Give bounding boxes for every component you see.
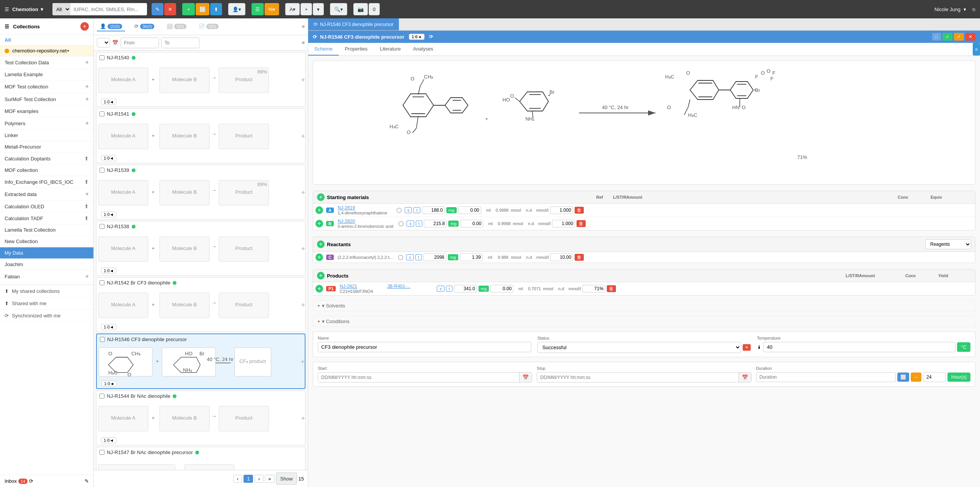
conditions-row[interactable]: ▾ ▾ Conditions (313, 316, 975, 327)
product-p1-s-btn[interactable]: s (437, 286, 444, 292)
duration-arrow-btn[interactable]: → (911, 373, 921, 382)
material-a-s-btn[interactable]: s (405, 207, 412, 213)
date-from-input[interactable] (121, 38, 159, 48)
sidebar-item-metall[interactable]: Metall-Precursor (0, 141, 93, 153)
material-b-s-btn[interactable]: s (407, 221, 414, 227)
reaction-item-r1539[interactable]: NJ-R1539 Molecule A + Molecule B → Produ… (96, 165, 305, 219)
sidebar-item-lamella-test[interactable]: Lamella Test Collection (0, 224, 93, 236)
add-starting-material-btn[interactable]: + (317, 193, 325, 201)
zero-btn[interactable]: 0 (369, 3, 380, 15)
sidebar-item-synchronized[interactable]: ⟳ Synchronized with me (0, 310, 93, 322)
reaction-item-r1546[interactable]: NJ-R1546 CF3 dienophile precursor O CH₃ … (96, 333, 305, 389)
tab-reactions[interactable]: ⟳ 36(0) (131, 22, 158, 31)
note-btn[interactable]: ≡ (973, 43, 980, 56)
calc-tadf-share-icon[interactable]: ⬆ (84, 215, 89, 221)
material-a-t-btn[interactable]: t (413, 207, 420, 213)
reaction-item-r1547[interactable]: NJ-R1547 Br NAc dienophile precursor Mol… (96, 447, 305, 470)
format-green-btn[interactable]: ☰ (252, 3, 264, 15)
material-a-conc[interactable] (458, 206, 481, 214)
material-c-del-btn[interactable]: 🗑 (575, 254, 584, 261)
sidebar-item-mof-test[interactable]: MOF Test collection + (0, 80, 93, 93)
name-input[interactable] (318, 342, 531, 352)
sidebar-item-my-shared[interactable]: ⬆ My shared collections (0, 285, 93, 297)
sidebar-item-calc-dopt[interactable]: Calculation Doptants ⬆ (0, 153, 93, 165)
reaction-item-r1541[interactable]: NJ-R1541 Molecule A + Molecule B → Produ… (96, 108, 305, 163)
page-last-btn[interactable]: » (265, 475, 274, 483)
create-green-btn[interactable]: ＋ (182, 3, 195, 15)
camera-btn[interactable]: 📷 (353, 3, 368, 15)
logout-icon[interactable]: ⎋ (972, 7, 975, 12)
product-p1-t-btn[interactable]: t (446, 286, 452, 292)
calc-dopt-share-icon[interactable]: ⬆ (84, 155, 89, 162)
sidebar-item-fabian[interactable]: Fabian + (0, 270, 93, 283)
page-prev-btn[interactable]: ‹ (234, 475, 242, 483)
inner-tab-analyses[interactable]: Analyses (407, 43, 439, 56)
start-date-input[interactable] (318, 373, 519, 382)
material-a-radio[interactable] (397, 208, 402, 213)
test-collection-add-icon[interactable]: + (85, 59, 89, 66)
reagents-dropdown[interactable]: Reagents (925, 239, 971, 249)
sidebar-item-mof-col[interactable]: MOF collection (0, 165, 93, 176)
material-b-radio[interactable] (399, 221, 403, 226)
add-collection-btn[interactable]: + (80, 22, 89, 31)
r1546-checkbox[interactable] (100, 337, 105, 342)
sidebar-item-new-col[interactable]: New Collection (0, 236, 93, 247)
share-btn[interactable]: ⬆ (210, 3, 222, 15)
material-c-amount[interactable] (423, 253, 446, 261)
r1542-checkbox[interactable] (100, 280, 105, 285)
sidebar-item-joachim[interactable]: Joachim (0, 259, 93, 270)
fabian-add-icon[interactable]: + (85, 273, 89, 280)
add-reactant-btn[interactable]: + (317, 240, 325, 248)
inner-tab-scheme[interactable]: Scheme (308, 43, 339, 56)
mof-test-add-icon[interactable]: + (85, 83, 89, 90)
reaction-item-r1538[interactable]: NJ-R1538 Molecule A + Molecule B → Produ… (96, 221, 305, 276)
material-b-t-btn[interactable]: t (416, 221, 422, 227)
show-btn[interactable]: Show (276, 472, 297, 485)
duration-copy-btn[interactable]: ⬜ (897, 373, 909, 382)
polymers-add-icon[interactable]: + (85, 120, 89, 127)
action-a-btn[interactable]: A▾ (285, 3, 300, 15)
inner-tab-properties[interactable]: Properties (339, 43, 374, 56)
create-yellow-btn[interactable]: ⬜ (196, 3, 209, 15)
material-c-conc[interactable] (460, 253, 483, 261)
inbox-edit-icon[interactable]: ✎ (85, 478, 89, 484)
sidebar-item-surmo[interactable]: SurMoF Test Collection + (0, 93, 93, 106)
extracted-add-icon[interactable]: + (85, 191, 89, 198)
product-p1-yield[interactable] (582, 285, 605, 293)
status-select[interactable]: Successful (537, 342, 742, 353)
r1539-checkbox[interactable] (100, 168, 105, 173)
view-toggle-btn[interactable]: □ (932, 33, 941, 41)
sidebar-item-shared-with-me[interactable]: ⬆ Shared with me (0, 297, 93, 310)
discard-btn[interactable]: ✓ (954, 33, 964, 41)
user-btn[interactable]: 👤▾ (228, 3, 245, 15)
r1546-add-btn[interactable]: + (301, 358, 305, 366)
add-row-a-btn[interactable]: + (315, 206, 323, 214)
material-a-amount[interactable] (422, 206, 445, 214)
product-p1-conc[interactable] (490, 285, 513, 293)
search-type-select[interactable]: All (52, 3, 70, 15)
sidebar-item-info-ex[interactable]: Info_Exchange IFG_IBCS_IOC ⬆ (0, 176, 93, 188)
filter-settings-icon[interactable]: ≡ (302, 40, 305, 46)
add-row-p1-btn[interactable]: + (315, 285, 323, 293)
reaction-item-r1542[interactable]: NJ-R1542 Br CF3 dienophile Molecule A + … (96, 277, 305, 332)
inner-tab-literature[interactable]: Literature (374, 43, 407, 56)
stop-date-input[interactable] (537, 373, 738, 382)
material-b-equiv[interactable] (552, 220, 575, 227)
material-a-equiv[interactable] (550, 206, 573, 214)
brand[interactable]: Chemotion ▾ (12, 7, 48, 12)
add-product-btn[interactable]: + (317, 272, 325, 279)
close-btn[interactable]: ✕ (965, 33, 975, 41)
reaction-item-r1540[interactable]: NJ-R1540 Molecule A + Molecule B → Produ… (96, 52, 305, 107)
date-to-input[interactable] (161, 38, 199, 48)
material-b-amount[interactable] (424, 220, 447, 227)
page-next-btn[interactable]: › (255, 475, 263, 483)
page-1-btn[interactable]: 1 (243, 475, 253, 483)
sidebar-item-lamella[interactable]: Lamella Example (0, 69, 93, 80)
r1541-checkbox[interactable] (100, 111, 105, 116)
material-a-del-btn[interactable]: 🗑 (575, 207, 584, 214)
refresh-icon[interactable]: ⟳ (29, 478, 33, 484)
r1541-add-btn[interactable]: + (301, 132, 305, 141)
clear-status-btn[interactable]: ✕ (743, 344, 751, 351)
material-a-link[interactable]: NJ-2819 (338, 205, 391, 211)
sidebar-item-chemotion-repo[interactable]: chemotion-repository.net + (0, 46, 93, 56)
